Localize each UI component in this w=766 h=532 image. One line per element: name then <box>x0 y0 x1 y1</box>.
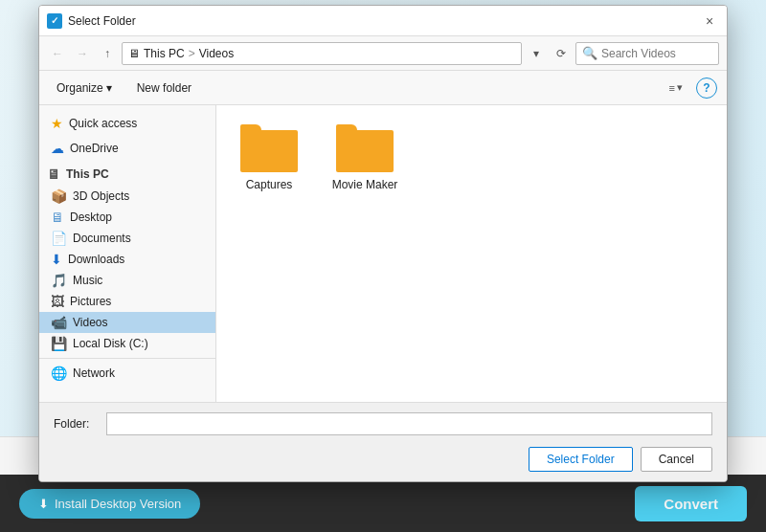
forward-button[interactable]: → <box>72 43 93 64</box>
cancel-button[interactable]: Cancel <box>641 447 712 472</box>
desktop-label: Desktop <box>70 211 112 224</box>
organize-arrow-icon: ▾ <box>106 81 112 95</box>
help-button[interactable]: ? <box>696 78 717 99</box>
organize-button[interactable]: Organize ▾ <box>49 78 120 98</box>
address-bar: ← → ↑ 🖥 This PC > Videos ▾ ⟳ 🔍 <box>39 36 727 71</box>
music-label: Music <box>73 274 102 287</box>
folder-captures-label: Captures <box>246 178 293 191</box>
refresh-button[interactable]: ⟳ <box>551 43 572 64</box>
disk-icon: 💾 <box>51 336 67 351</box>
sidebar-separator <box>39 358 215 359</box>
folder-movie-maker[interactable]: Movie Maker <box>331 124 398 191</box>
network-icon: 🌐 <box>51 366 67 381</box>
select-folder-button[interactable]: Select Folder <box>529 447 633 472</box>
folder-captures-icon <box>240 124 298 172</box>
pc-icon: 🖥 <box>47 166 60 182</box>
folder-body-2 <box>336 130 394 172</box>
sidebar-item-onedrive[interactable]: ☁ OneDrive <box>39 138 215 159</box>
main-area: ★ Quick access ☁ OneDrive 🖥 This PC <box>39 105 727 402</box>
sidebar-item-music[interactable]: 🎵 Music <box>39 270 215 291</box>
back-button[interactable]: ← <box>47 43 68 64</box>
new-folder-button[interactable]: New folder <box>127 78 201 98</box>
documents-label: Documents <box>73 232 131 245</box>
local-disk-label: Local Disk (C:) <box>73 337 148 350</box>
thispc-label: This PC <box>144 47 185 60</box>
thispc-header[interactable]: 🖥 This PC <box>39 163 215 186</box>
thispc-icon: 🖥 <box>128 47 140 60</box>
3d-objects-label: 3D Objects <box>73 189 129 203</box>
folder-body <box>240 130 298 172</box>
breadcrumb[interactable]: 🖥 This PC > Videos <box>122 42 522 65</box>
footer-area: Folder: Select Folder Cancel <box>39 402 727 481</box>
downloads-icon: ⬇ <box>51 252 62 267</box>
pictures-label: Pictures <box>70 295 111 308</box>
app-logo-icon <box>47 13 62 29</box>
star-icon: ★ <box>51 116 63 131</box>
sidebar-item-local-disk[interactable]: 💾 Local Disk (C:) <box>39 333 215 354</box>
title-bar: Select Folder × <box>39 6 727 36</box>
view-arrow-icon: ▾ <box>677 81 683 94</box>
select-folder-label: Select Folder <box>547 453 615 466</box>
sidebar-item-downloads[interactable]: ⬇ Downloads <box>39 249 215 270</box>
dropdown-button[interactable]: ▾ <box>526 43 547 64</box>
dialog-overlay: Select Folder × ← → ↑ 🖥 This PC > Videos <box>0 0 766 532</box>
documents-icon: 📄 <box>51 231 67 246</box>
folder-grid: Captures Movie Maker <box>236 124 708 191</box>
dialog-title: Select Folder <box>68 14 136 28</box>
folder-movie-maker-label: Movie Maker <box>332 178 398 191</box>
sidebar-item-videos[interactable]: 📹 Videos <box>39 312 215 333</box>
quick-access-section: ★ Quick access <box>39 113 215 134</box>
folder-captures[interactable]: Captures <box>236 124 303 191</box>
sidebar-item-desktop[interactable]: 🖥 Desktop <box>39 207 215 228</box>
network-label: Network <box>73 366 115 380</box>
quick-access-label: Quick access <box>69 117 137 130</box>
organize-label: Organize <box>56 81 103 95</box>
downloads-label: Downloads <box>68 253 124 266</box>
sidebar-item-documents[interactable]: 📄 Documents <box>39 228 215 249</box>
sidebar-item-quick-access[interactable]: ★ Quick access <box>39 113 215 134</box>
music-icon: 🎵 <box>51 273 67 288</box>
folder-movie-maker-icon <box>336 124 394 172</box>
sidebar-item-3d-objects[interactable]: 📦 3D Objects <box>39 186 215 207</box>
breadcrumb-sep: > <box>189 47 195 60</box>
footer-buttons: Select Folder Cancel <box>54 447 712 472</box>
title-bar-left: Select Folder <box>47 13 136 29</box>
sidebar: ★ Quick access ☁ OneDrive 🖥 This PC <box>39 105 216 402</box>
up-button[interactable]: ↑ <box>97 43 118 64</box>
thispc-section: 🖥 This PC 📦 3D Objects 🖥 Desktop 📄 Docum… <box>39 163 215 354</box>
toolbar: Organize ▾ New folder ≡ ▾ ? <box>39 71 727 105</box>
search-input[interactable] <box>601 47 712 60</box>
onedrive-section: ☁ OneDrive <box>39 138 215 159</box>
3d-objects-icon: 📦 <box>51 188 67 204</box>
content-area: Captures Movie Maker <box>216 105 727 402</box>
sidebar-item-pictures[interactable]: 🖼 Pictures <box>39 291 215 312</box>
select-folder-dialog: Select Folder × ← → ↑ 🖥 This PC > Videos <box>38 5 728 482</box>
search-icon: 🔍 <box>582 46 597 60</box>
new-folder-label: New folder <box>137 81 192 95</box>
cancel-label: Cancel <box>659 453 694 466</box>
view-icon: ≡ <box>669 82 675 94</box>
close-button[interactable]: × <box>700 11 719 31</box>
pictures-icon: 🖼 <box>51 294 64 309</box>
view-button[interactable]: ≡ ▾ <box>664 78 688 97</box>
folder-input[interactable] <box>106 412 712 435</box>
sidebar-item-network[interactable]: 🌐 Network <box>39 363 215 384</box>
folder-label-breadcrumb: Videos <box>199 47 234 60</box>
desktop-icon: 🖥 <box>51 210 64 225</box>
onedrive-label: OneDrive <box>70 142 119 155</box>
thispc-label: This PC <box>66 167 109 181</box>
videos-label: Videos <box>73 316 107 329</box>
help-icon: ? <box>703 81 710 95</box>
folder-input-row: Folder: <box>54 412 712 435</box>
videos-icon: 📹 <box>51 315 67 330</box>
onedrive-icon: ☁ <box>51 141 64 156</box>
search-box[interactable]: 🔍 <box>575 42 719 65</box>
folder-label-text: Folder: <box>54 417 97 431</box>
